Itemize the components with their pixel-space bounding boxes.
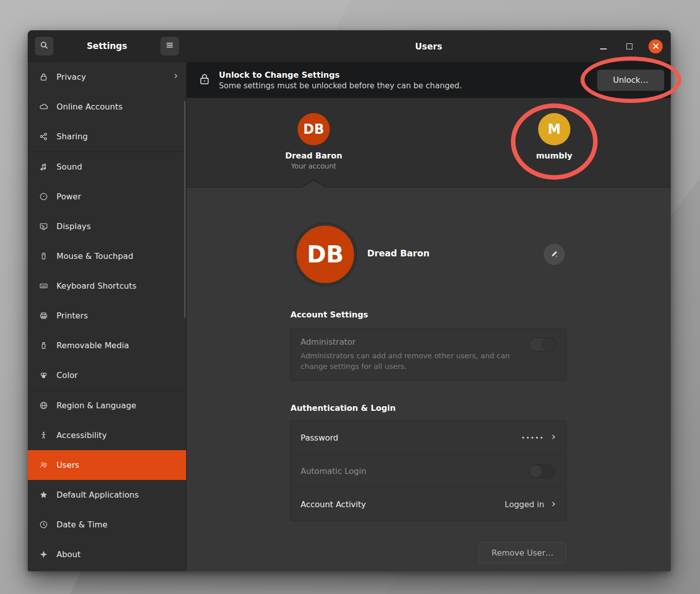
sidebar-item-users[interactable]: Users › <box>28 450 186 480</box>
remove-user-button[interactable]: Remove User… <box>479 542 566 563</box>
close-button[interactable] <box>649 39 663 53</box>
globe-icon <box>38 400 49 411</box>
sidebar-title: Settings <box>53 41 160 51</box>
administrator-card: Administrator Administrators can add and… <box>290 329 566 381</box>
unlock-banner-subtitle: Some settings must be unlocked before th… <box>219 81 597 90</box>
user-carousel: DB Dread Baron Your account M mumbly <box>187 98 671 187</box>
sidebar-item-label: Accessibility <box>56 430 107 440</box>
sidebar-item-label: Users <box>56 460 79 470</box>
sidebar-item-label: Displays <box>56 222 91 231</box>
unlock-banner-title: Unlock to Change Settings <box>219 70 597 80</box>
user-card-mumbly[interactable]: M mumbly <box>516 113 592 160</box>
sidebar-item-online-accounts[interactable]: Online Accounts › <box>28 92 186 122</box>
user-avatar[interactable]: DB <box>298 113 330 145</box>
hamburger-icon <box>165 40 174 52</box>
page-title: Users <box>187 30 671 62</box>
close-icon <box>653 42 659 51</box>
pencil-icon <box>550 249 559 260</box>
sidebar-item-label: Sharing <box>56 132 88 141</box>
auth-login-card: Password ••••• › Automatic Login Account… <box>290 420 566 521</box>
color-icon <box>38 370 49 381</box>
chevron-right-icon: › <box>551 498 556 509</box>
accessibility-icon <box>38 430 49 441</box>
sidebar-item-power[interactable]: Power › <box>28 182 186 211</box>
content-pane: Users Unlock to Change Settings Some set… <box>187 30 671 571</box>
lock-icon <box>199 73 211 87</box>
account-settings-heading: Account Settings <box>290 310 368 319</box>
sidebar-item-label: Mouse & Touchpad <box>56 251 133 261</box>
minimize-button[interactable] <box>600 48 607 49</box>
sidebar-item-label: Online Accounts <box>56 102 123 112</box>
toggle-knob <box>529 464 543 478</box>
automatic-login-row[interactable]: Automatic Login <box>290 454 566 488</box>
star-icon <box>38 490 49 501</box>
password-row[interactable]: Password ••••• › <box>290 421 566 454</box>
sidebar-item-removable-media[interactable]: Removable Media › <box>28 331 186 360</box>
user-card-dread-baron[interactable]: DB Dread Baron Your account <box>276 113 352 170</box>
power-icon <box>38 191 49 202</box>
settings-window: Settings Privacy › Online Accounts › Sha… <box>28 30 671 571</box>
sidebar-item-mouse-touchpad[interactable]: Mouse & Touchpad › <box>28 241 186 271</box>
sidebar-item-sound[interactable]: Sound › <box>28 152 186 182</box>
user-name: mumbly <box>536 151 572 160</box>
sidebar-item-keyboard-shortcuts[interactable]: Keyboard Shortcuts › <box>28 271 186 301</box>
unlock-banner-text: Unlock to Change Settings Some settings … <box>219 70 597 90</box>
printer-icon <box>38 310 49 321</box>
sidebar-item-sharing[interactable]: Sharing › <box>28 122 186 151</box>
sidebar-item-label: Removable Media <box>56 341 129 350</box>
profile-avatar[interactable]: DB <box>294 223 357 286</box>
administrator-label: Administrator <box>301 337 556 347</box>
sidebar-item-label: Date & Time <box>56 520 107 529</box>
account-activity-row[interactable]: Account Activity Logged in › <box>290 488 566 521</box>
sidebar-item-about[interactable]: About › <box>28 539 186 569</box>
mouse-icon <box>38 251 49 262</box>
sidebar-item-label: About <box>56 550 81 559</box>
sidebar-item-label: Default Applications <box>56 490 139 500</box>
user-name: Dread Baron <box>285 151 342 160</box>
sidebar-item-label: Sound <box>56 162 82 172</box>
clock-icon <box>38 519 49 530</box>
edit-name-button[interactable] <box>544 244 565 265</box>
search-button[interactable] <box>35 37 53 56</box>
chevron-right-icon: › <box>174 71 178 81</box>
sidebar-item-color[interactable]: Color › <box>28 360 186 390</box>
sparkle-icon <box>38 549 49 560</box>
administrator-toggle[interactable] <box>529 338 556 351</box>
removable-media-icon <box>38 340 49 351</box>
sidebar-item-printers[interactable]: Printers › <box>28 301 186 331</box>
sidebar-header: Settings <box>28 30 187 62</box>
auth-login-heading: Authentication & Login <box>290 403 396 413</box>
sidebar-item-label: Keyboard Shortcuts <box>56 281 137 291</box>
toggle-knob <box>542 338 556 351</box>
sidebar-item-label: Printers <box>56 311 88 320</box>
user-subtitle: Your account <box>291 162 336 170</box>
toggle-switch[interactable] <box>529 464 556 478</box>
user-avatar[interactable]: M <box>538 113 570 145</box>
sidebar-item-region-language[interactable]: Region & Language › <box>28 391 186 420</box>
sidebar: Settings Privacy › Online Accounts › Sha… <box>28 30 187 571</box>
sidebar-item-label: Power <box>56 192 81 201</box>
sidebar-item-privacy[interactable]: Privacy › <box>28 62 186 92</box>
administrator-description: Administrators can add and remove other … <box>301 351 512 372</box>
sidebar-scrollbar[interactable] <box>184 101 186 318</box>
sidebar-item-date-time[interactable]: Date & Time › <box>28 510 186 539</box>
sidebar-item-default-applications[interactable]: Default Applications › <box>28 480 186 510</box>
user-detail-panel: DB Dread Baron Account Settings Administ… <box>187 187 671 571</box>
sidebar-item-label: Privacy <box>56 72 86 82</box>
menu-button[interactable] <box>160 37 179 56</box>
maximize-button[interactable] <box>626 43 632 49</box>
music-note-icon <box>38 161 49 173</box>
unlock-banner: Unlock to Change Settings Some settings … <box>187 62 671 98</box>
sidebar-list: Privacy › Online Accounts › Sharing › So… <box>28 62 187 571</box>
lock-icon <box>38 72 49 83</box>
display-icon <box>38 221 49 232</box>
users-icon <box>38 460 49 471</box>
sidebar-item-accessibility[interactable]: Accessibility › <box>28 420 186 450</box>
sidebar-item-displays[interactable]: Displays › <box>28 211 186 241</box>
search-icon <box>39 40 49 52</box>
sidebar-item-label: Color <box>56 370 78 380</box>
carousel-pointer <box>302 181 326 188</box>
keyboard-icon <box>38 281 49 292</box>
cloud-icon <box>38 101 49 113</box>
unlock-button[interactable]: Unlock… <box>597 70 664 91</box>
